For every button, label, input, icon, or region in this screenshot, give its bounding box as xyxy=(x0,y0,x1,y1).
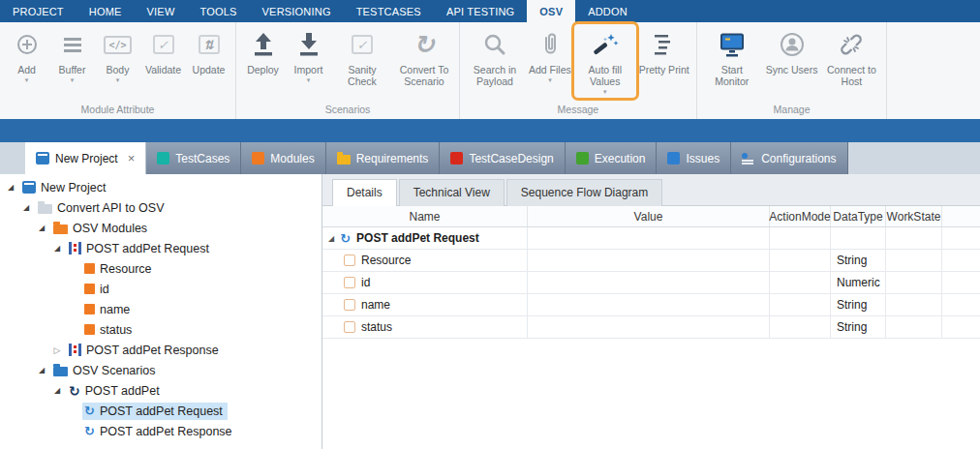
sync-users-button[interactable]: Sync Users xyxy=(763,24,821,77)
workstate-cell[interactable] xyxy=(886,250,942,271)
menu-testcases[interactable]: TESTCASES xyxy=(344,0,434,22)
column-header-value[interactable]: Value xyxy=(528,206,770,226)
collapse-icon[interactable] xyxy=(328,234,334,243)
connect-to-host-button[interactable]: Connect to Host xyxy=(820,24,882,89)
table-row-status[interactable]: status String xyxy=(322,316,980,339)
tree-item-osv-scenarios[interactable]: OSV Scenarios xyxy=(0,360,322,380)
expand-icon[interactable] xyxy=(52,345,62,355)
tree-item-post-addpet[interactable]: POST addPet xyxy=(0,380,322,401)
ribbon-group-label: Scenarios xyxy=(240,102,455,119)
update-button[interactable]: Update xyxy=(186,24,231,77)
menu-versioning[interactable]: VERSIONING xyxy=(250,0,344,22)
tree-item-id[interactable]: id xyxy=(0,279,322,299)
tree-item-resource[interactable]: Resource xyxy=(0,258,322,279)
tab-issues[interactable]: Issues xyxy=(657,142,731,174)
tree-item-post-addpet-request-scenario[interactable]: POST addPet Request xyxy=(0,401,322,421)
search-in-payload-button[interactable]: Search in Payload xyxy=(464,24,526,89)
column-header-datatype[interactable]: DataType xyxy=(831,206,886,226)
tab-execution[interactable]: Execution xyxy=(566,142,658,174)
menu-osv[interactable]: OSV xyxy=(527,0,575,22)
table-row-id[interactable]: id Numeric xyxy=(322,272,980,294)
workstate-cell[interactable] xyxy=(886,227,942,249)
add-button[interactable]: Add xyxy=(4,24,49,86)
tab-testcases[interactable]: TestCases xyxy=(146,142,241,174)
tab-testcasedesign[interactable]: TestCaseDesign xyxy=(440,142,565,174)
checkbox[interactable] xyxy=(344,277,355,288)
menu-tools[interactable]: TOOLS xyxy=(187,0,249,22)
subtab-details[interactable]: Details xyxy=(332,179,397,206)
actionmode-cell[interactable] xyxy=(770,272,831,293)
validate-button[interactable]: Validate xyxy=(140,24,186,77)
auto-fill-values-button[interactable]: Auto fill Values xyxy=(574,24,636,98)
datatype-cell[interactable]: String xyxy=(831,316,886,338)
menu-addon[interactable]: ADDON xyxy=(575,0,640,22)
add-files-button[interactable]: Add Files xyxy=(526,24,574,86)
subtab-technical-view[interactable]: Technical View xyxy=(399,179,505,206)
collapse-icon[interactable] xyxy=(52,386,62,395)
tree-item-post-addpet-response-module[interactable]: POST addPet Response xyxy=(0,340,322,360)
collapse-icon[interactable] xyxy=(6,183,15,192)
checkbox[interactable] xyxy=(344,299,355,311)
tab-requirements[interactable]: Requirements xyxy=(326,142,441,174)
value-cell[interactable] xyxy=(528,250,770,271)
grid-header: Name Value ActionMode DataType WorkState xyxy=(322,206,980,227)
value-cell[interactable] xyxy=(528,294,770,315)
value-cell[interactable] xyxy=(528,272,770,293)
collapse-icon[interactable] xyxy=(37,224,46,232)
pretty-print-button[interactable]: Pretty Print xyxy=(636,24,692,77)
menu-api-testing[interactable]: API TESTING xyxy=(434,0,527,22)
datatype-cell[interactable]: String xyxy=(831,294,886,315)
tree-item-new-project[interactable]: New Project xyxy=(0,177,322,197)
checkbox[interactable] xyxy=(344,321,355,333)
workstate-cell[interactable] xyxy=(886,316,942,338)
tree-item-convert-api-to-osv[interactable]: Convert API to OSV xyxy=(0,197,322,218)
tree-item-post-addpet-response-scenario[interactable]: POST addPet Response xyxy=(0,421,322,441)
actionmode-cell[interactable] xyxy=(770,227,831,249)
value-cell[interactable] xyxy=(528,316,770,338)
deploy-button[interactable]: Deploy xyxy=(240,24,286,77)
tree-item-post-addpet-request-module[interactable]: POST addPet Request xyxy=(0,238,322,258)
datatype-cell[interactable]: String xyxy=(831,250,886,271)
table-row-resource[interactable]: Resource String xyxy=(322,250,980,272)
body-button[interactable]: Body xyxy=(95,24,140,86)
checkbox[interactable] xyxy=(344,254,355,266)
tab-configurations[interactable]: Configurations xyxy=(731,142,847,174)
menu-view[interactable]: VIEW xyxy=(135,0,188,22)
attribute-icon xyxy=(84,324,95,335)
actionmode-cell[interactable] xyxy=(770,316,831,338)
import-button[interactable]: Import xyxy=(286,24,331,86)
datatype-cell[interactable]: Numeric xyxy=(831,272,886,293)
column-header-actionmode[interactable]: ActionMode xyxy=(770,206,831,226)
buffer-button[interactable]: Buffer xyxy=(49,24,95,86)
tree-item-status[interactable]: status xyxy=(0,319,322,340)
subtab-sequence-flow-diagram[interactable]: Sequence Flow Diagram xyxy=(506,179,662,206)
collapse-icon[interactable] xyxy=(37,366,46,374)
collapse-icon[interactable] xyxy=(52,244,62,253)
column-header-workstate[interactable]: WorkState xyxy=(886,206,942,226)
tree-item-name[interactable]: name xyxy=(0,299,322,319)
menu-home[interactable]: HOME xyxy=(77,0,135,22)
table-row-name[interactable]: name String xyxy=(322,294,980,316)
collapse-icon[interactable] xyxy=(21,203,31,212)
start-monitor-button[interactable]: Start Monitor xyxy=(701,24,763,89)
close-icon[interactable]: × xyxy=(128,152,136,165)
update-icon xyxy=(199,28,220,61)
tab-new-project[interactable]: New Project × xyxy=(25,142,146,174)
workstate-cell[interactable] xyxy=(886,294,942,315)
workstate-cell[interactable] xyxy=(886,272,942,293)
value-cell[interactable] xyxy=(528,227,770,249)
tab-label: TestCaseDesign xyxy=(469,152,553,165)
sanity-check-button[interactable]: Sanity Check xyxy=(331,24,393,89)
actionmode-cell[interactable] xyxy=(770,250,831,271)
convert-to-scenario-button[interactable]: Convert To Scenario xyxy=(393,24,455,89)
table-row-post-addpet-request[interactable]: POST addPet Request xyxy=(322,227,980,250)
actionmode-cell[interactable] xyxy=(770,294,831,315)
tab-modules[interactable]: Modules xyxy=(241,142,325,174)
separator-band xyxy=(0,119,980,142)
module-icon xyxy=(69,344,81,356)
scenario-run-icon xyxy=(69,384,80,398)
menu-project[interactable]: PROJECT xyxy=(0,0,77,22)
datatype-cell[interactable] xyxy=(831,227,886,249)
column-header-name[interactable]: Name xyxy=(322,206,528,226)
tree-item-osv-modules[interactable]: OSV Modules xyxy=(0,218,322,238)
